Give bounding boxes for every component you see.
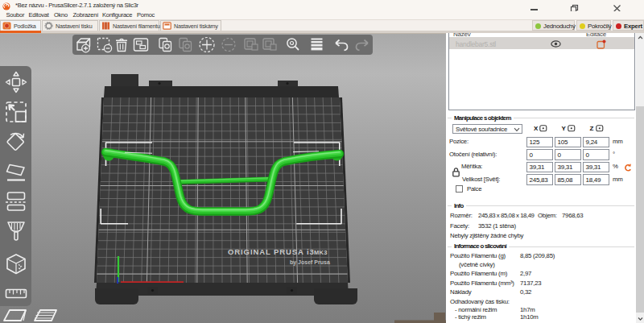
svg-text:ORIGINAL PRUSA i3: ORIGINAL PRUSA i3	[228, 247, 315, 256]
svg-text:MK3: MK3	[314, 249, 328, 256]
svg-text:by Josef Prusa: by Josef Prusa	[290, 259, 330, 266]
